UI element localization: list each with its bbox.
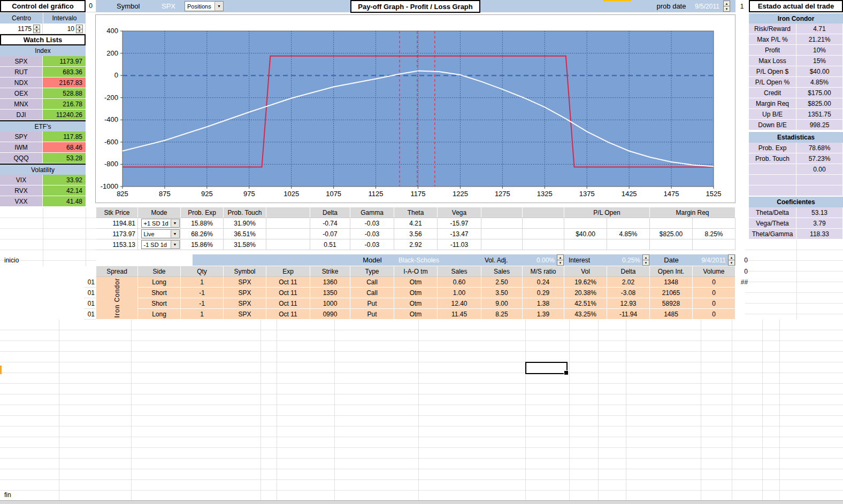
watchlist-value[interactable]: 683.36 — [43, 67, 86, 77]
greeks-cell-prob_exp[interactable]: 68.26% — [181, 229, 224, 239]
greeks-cell-gamma[interactable]: -0.03 — [350, 229, 394, 239]
interest-spinner-up-icon[interactable]: ▲ — [643, 255, 649, 260]
estado-value[interactable]: $825.00 — [796, 98, 843, 109]
mode-dropdown-0-arrow-icon[interactable]: ▼ — [171, 219, 179, 227]
trade-cell[interactable]: -3.08 — [607, 288, 650, 298]
watchlist-symbol[interactable]: MNX — [0, 99, 43, 110]
vol-adj-spinner[interactable]: ▲▼ — [557, 254, 564, 266]
mode-dropdown-2-arrow-icon[interactable]: ▼ — [171, 241, 179, 249]
trade-cell[interactable]: Short — [138, 288, 181, 298]
centro-spinner[interactable]: ▲▼ — [33, 25, 40, 33]
trade-cell[interactable]: Put — [350, 309, 394, 320]
centro-spinner-up-icon[interactable]: ▲ — [34, 25, 40, 29]
greeks-cell-theta[interactable]: 3.56 — [394, 229, 438, 239]
trade-cell[interactable]: 1485 — [650, 309, 693, 320]
estadisticas-value[interactable]: 78.68% — [796, 143, 843, 153]
trade-cell[interactable]: 19.62% — [564, 277, 607, 288]
greeks-cell-delta[interactable]: 0.51 — [310, 239, 350, 250]
coeficientes-value[interactable]: 3.79 — [796, 218, 843, 229]
trade-cell[interactable]: 2.02 — [607, 277, 650, 288]
trade-cell[interactable]: SPX — [224, 288, 266, 298]
trade-cell[interactable]: 0 — [693, 277, 735, 288]
mode-dropdown-2[interactable]: -1 SD 1d▼ — [141, 240, 180, 249]
intervalo-spinner-down-icon[interactable]: ▼ — [76, 29, 82, 33]
greeks-cell-vega[interactable]: -11.03 — [438, 239, 481, 250]
greeks-cell-prob_touch[interactable]: 31.58% — [224, 239, 266, 250]
greeks-cell-delta[interactable]: -0.07 — [310, 229, 350, 239]
vol-adj-value[interactable]: 0.00% — [523, 254, 555, 266]
watchlist-symbol[interactable]: OEX — [0, 88, 43, 99]
mode-dropdown-1[interactable]: Live▼ — [141, 229, 180, 238]
trade-cell[interactable]: 8.25 — [481, 309, 523, 320]
trade-cell[interactable]: 0.60 — [438, 277, 481, 288]
trade-cell[interactable]: 11.45 — [438, 309, 481, 320]
watchlist-symbol[interactable]: SPX — [0, 56, 43, 67]
date-spinner-down-icon[interactable]: ▼ — [729, 260, 734, 265]
trade-cell[interactable]: Oct 11 — [266, 288, 310, 298]
mode-dropdown-1-arrow-icon[interactable]: ▼ — [171, 230, 179, 238]
trade-cell[interactable]: 2.50 — [481, 277, 523, 288]
watchlist-value[interactable]: 53.28 — [43, 153, 86, 164]
estado-value[interactable]: 10% — [796, 45, 843, 56]
estadisticas-value[interactable]: 57.23% — [796, 153, 843, 164]
date-value[interactable]: 9/4/2011 — [693, 254, 726, 266]
estado-value[interactable]: $40.00 — [796, 66, 843, 77]
trade-cell[interactable]: 43.25% — [564, 309, 607, 320]
greeks-cell-theta[interactable]: 4.21 — [394, 218, 438, 229]
greeks-cell-delta[interactable]: -0.74 — [310, 218, 350, 229]
trade-cell[interactable]: 1 — [181, 309, 224, 320]
date-spinner[interactable]: ▲▼ — [728, 254, 735, 266]
prob-date-value[interactable]: 9/5/2011 — [692, 0, 723, 12]
trade-cell[interactable]: 1.39 — [523, 309, 564, 320]
trade-cell[interactable]: 0 — [693, 288, 735, 298]
trade-cell[interactable]: SPX — [224, 298, 266, 309]
estadisticas-value[interactable]: 0.00 — [796, 164, 843, 175]
centro-spinner-down-icon[interactable]: ▼ — [34, 29, 40, 33]
interest-value[interactable]: 0.25% — [607, 254, 640, 266]
trade-cell[interactable]: 1.00 — [438, 288, 481, 298]
estado-value[interactable]: 4.71 — [796, 24, 843, 34]
interest-spinner-down-icon[interactable]: ▼ — [643, 260, 649, 265]
greeks-cell-pl_open_d[interactable] — [564, 239, 607, 250]
greeks-cell-pl_open_p[interactable]: 4.85% — [607, 229, 650, 239]
trade-cell[interactable]: 9.00 — [481, 298, 523, 309]
intervalo-spinner[interactable]: ▲▼ — [76, 25, 83, 33]
watchlist-value[interactable]: 42.14 — [43, 185, 86, 196]
estado-value[interactable]: 1351.75 — [796, 109, 843, 120]
estadisticas-value[interactable] — [796, 175, 843, 185]
greeks-cell-pl_open_d[interactable]: $40.00 — [564, 229, 607, 239]
trade-cell[interactable]: 0.29 — [523, 288, 564, 298]
trade-cell[interactable]: 0 — [693, 298, 735, 309]
trade-cell[interactable]: 20.38% — [564, 288, 607, 298]
greeks-cell-prob_touch[interactable]: 36.51% — [224, 229, 266, 239]
watchlist-symbol[interactable]: VIX — [0, 175, 43, 185]
trade-cell[interactable]: Otm — [394, 288, 438, 298]
positions-dropdown[interactable]: Positions▼ — [185, 1, 224, 11]
mode-dropdown-0[interactable]: +1 SD 1d▼ — [141, 219, 180, 228]
fill-handle[interactable] — [564, 370, 569, 375]
watchlist-symbol[interactable]: QQQ — [0, 153, 43, 164]
greeks-cell-vega[interactable]: -15.97 — [438, 218, 481, 229]
selected-cell[interactable] — [525, 362, 568, 374]
greeks-cell-pl_open_d[interactable] — [564, 218, 607, 229]
trade-cell[interactable]: Call — [350, 288, 394, 298]
watchlist-value[interactable]: 117.85 — [43, 131, 86, 142]
estado-value[interactable]: 998.25 — [796, 120, 843, 130]
greeks-cell-stk[interactable]: 1173.97 — [96, 229, 138, 239]
watchlist-symbol[interactable]: VXX — [0, 196, 43, 207]
trade-cell[interactable]: -1 — [181, 288, 224, 298]
trade-cell[interactable]: Long — [138, 309, 181, 320]
trade-cell[interactable]: -11.94 — [607, 309, 650, 320]
trade-cell[interactable]: 0990 — [310, 309, 350, 320]
prob-date-spinner-down-icon[interactable]: ▼ — [724, 6, 730, 11]
watchlist-value[interactable]: 33.92 — [43, 175, 86, 185]
date-spinner-up-icon[interactable]: ▲ — [729, 255, 734, 260]
trade-cell[interactable]: Long — [138, 277, 181, 288]
trade-cell[interactable]: 1 — [181, 277, 224, 288]
trade-cell[interactable]: 12.93 — [607, 298, 650, 309]
trade-cell[interactable]: 1000 — [310, 298, 350, 309]
coeficientes-value[interactable]: 118.33 — [796, 229, 843, 239]
trade-cell[interactable]: 3.50 — [481, 288, 523, 298]
vol-adj-spinner-up-icon[interactable]: ▲ — [557, 255, 563, 260]
greeks-cell-margin_p[interactable] — [693, 218, 735, 229]
